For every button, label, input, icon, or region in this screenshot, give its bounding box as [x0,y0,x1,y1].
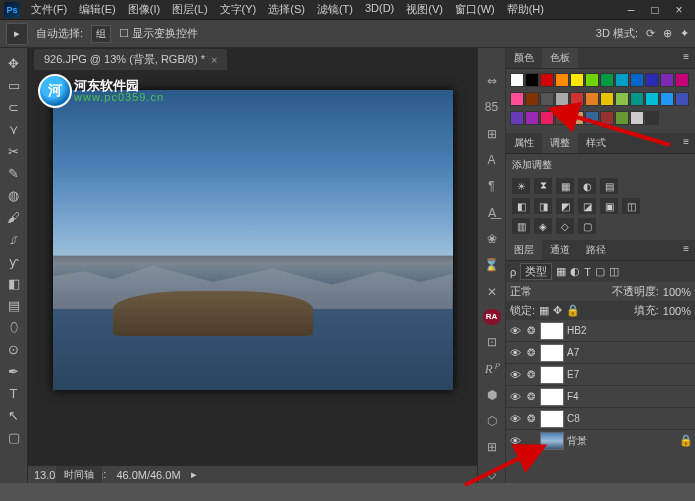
strip-item-grid[interactable]: ⊞ [482,438,502,456]
history-brush-tool[interactable]: ƴ [2,250,26,272]
strip-item-history[interactable]: ⇔ [482,72,502,90]
marquee-tool[interactable]: ▭ [2,74,26,96]
swatch[interactable] [585,111,599,125]
status-arrow-icon[interactable]: ▸ [191,468,197,481]
swatch[interactable] [555,111,569,125]
swatch[interactable] [645,73,659,87]
adjustment-icon[interactable]: ◪ [578,198,596,214]
strip-item-cube[interactable]: ⬢ [482,386,502,404]
swatch[interactable] [615,111,629,125]
swatch[interactable] [675,73,689,87]
strip-item-hex[interactable]: ⬡ [482,412,502,430]
transform-controls-checkbox[interactable]: ☐ 显示变换控件 [119,26,198,41]
tab-styles[interactable]: 样式 [578,133,614,153]
strip-item-char[interactable]: A [482,151,502,169]
strip-item-rp[interactable]: Rᴾ [482,359,502,377]
minimize-button[interactable]: – [623,3,639,17]
adjustment-icon[interactable]: ▣ [600,198,618,214]
strip-item-glyph[interactable]: A͟ [482,203,502,221]
tab-channels[interactable]: 通道 [542,240,578,260]
tab-close-icon[interactable]: × [211,54,217,66]
menu-view[interactable]: 视图(V) [401,0,448,19]
visibility-icon[interactable]: 👁 [508,369,522,381]
swatch[interactable] [540,111,554,125]
visibility-icon[interactable]: 👁 [508,435,522,447]
swatch[interactable] [540,73,554,87]
layer-name[interactable]: C8 [567,413,693,424]
swatch[interactable] [510,111,524,125]
threed-pan-icon[interactable]: ⊕ [663,27,672,40]
viewport[interactable] [28,70,477,465]
blend-mode-dropdown[interactable]: 正常 [510,284,560,299]
swatch[interactable] [510,73,524,87]
visibility-icon[interactable]: 👁 [508,391,522,403]
menu-help[interactable]: 帮助(H) [502,0,549,19]
fx-icon[interactable]: ❂ [525,391,537,402]
swatch[interactable] [615,73,629,87]
healing-tool[interactable]: ◍ [2,184,26,206]
swatch[interactable] [630,73,644,87]
swatch[interactable] [525,111,539,125]
document-image[interactable] [53,90,453,390]
panel-menu-icon[interactable]: ≡ [677,48,695,68]
panel-menu-icon[interactable]: ≡ [677,133,695,153]
adjustment-icon[interactable]: ◐ [578,178,596,194]
adjustment-icon[interactable]: ◨ [534,198,552,214]
swatch[interactable] [645,111,659,125]
strip-item-x[interactable]: ✕ [482,282,502,300]
swatch[interactable] [570,92,584,106]
swatch[interactable] [570,111,584,125]
swatch[interactable] [660,92,674,106]
gradient-tool[interactable]: ▤ [2,294,26,316]
menu-filter[interactable]: 滤镜(T) [312,0,358,19]
adjustment-icon[interactable]: ▦ [556,178,574,194]
eyedropper-tool[interactable]: ✎ [2,162,26,184]
menu-window[interactable]: 窗口(W) [450,0,500,19]
tab-layers[interactable]: 图层 [506,240,542,260]
type-tool[interactable]: T [2,382,26,404]
layer-kind-dropdown[interactable]: 类型 [520,263,552,280]
layer-name[interactable]: HB2 [567,325,693,336]
adjustment-icon[interactable]: ◈ [534,218,552,234]
dodge-tool[interactable]: ⊙ [2,338,26,360]
swatch[interactable] [675,92,689,106]
brush-tool[interactable]: 🖌 [2,206,26,228]
lock-pixels-icon[interactable]: ▦ [539,304,549,317]
threed-slide-icon[interactable]: ✦ [680,27,689,40]
swatch[interactable] [600,73,614,87]
eraser-tool[interactable]: ◧ [2,272,26,294]
close-button[interactable]: × [671,3,687,17]
swatch[interactable] [570,73,584,87]
swatch[interactable] [585,73,599,87]
strip-item-clone[interactable]: ⌛ [482,256,502,274]
swatch[interactable] [540,92,554,106]
panel-menu-icon[interactable]: ≡ [677,240,695,260]
layer-name[interactable]: A7 [567,347,693,358]
adjustment-icon[interactable]: ◫ [622,198,640,214]
strip-item-nav[interactable]: ⊞ [482,125,502,143]
strip-item-box[interactable]: ⊡ [482,333,502,351]
swatch[interactable] [615,92,629,106]
auto-select-dropdown[interactable]: 组 [91,25,111,43]
swatch[interactable] [510,92,524,106]
fx-icon[interactable]: ❂ [525,413,537,424]
tab-color[interactable]: 颜色 [506,48,542,68]
menu-image[interactable]: 图像(I) [123,0,165,19]
current-tool-icon[interactable]: ▸ [6,23,28,45]
menu-3d[interactable]: 3D(D) [360,0,399,19]
menu-layer[interactable]: 图层(L) [167,0,212,19]
layer-row[interactable]: 👁背景🔒 [506,430,695,450]
maximize-button[interactable]: □ [647,3,663,17]
pen-tool[interactable]: ✒ [2,360,26,382]
path-select-tool[interactable]: ↖ [2,404,26,426]
layer-thumbnail[interactable] [540,410,564,428]
lock-all-icon[interactable]: 🔒 [566,304,580,317]
blur-tool[interactable]: ⬯ [2,316,26,338]
filter-shape-icon[interactable]: ▢ [595,265,605,278]
crop-tool[interactable]: ✂ [2,140,26,162]
layer-thumbnail[interactable] [540,322,564,340]
visibility-icon[interactable]: 👁 [508,325,522,337]
tab-adjustments[interactable]: 调整 [542,133,578,153]
quick-select-tool[interactable]: ⋎ [2,118,26,140]
fill-input[interactable]: 100% [663,305,691,317]
